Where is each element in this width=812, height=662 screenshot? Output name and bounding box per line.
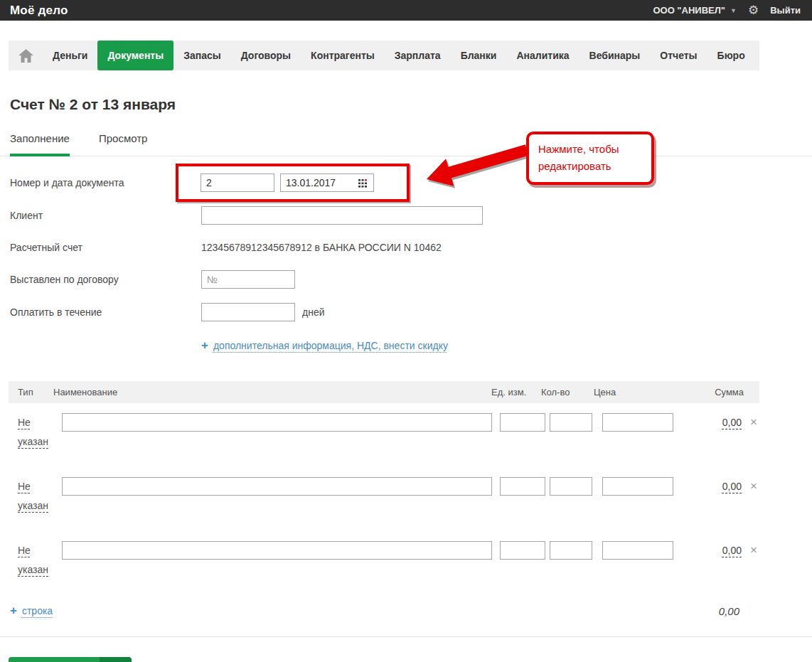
table-row: Не указан 0,00 × bbox=[9, 477, 759, 531]
save-dropdown-button[interactable] bbox=[100, 657, 132, 662]
footer-actions: Сохранить Сохранить и новый Отмена bbox=[0, 637, 812, 662]
header-unit: Ед. изм. bbox=[491, 387, 541, 397]
account-label: Расчетный счет bbox=[10, 242, 201, 253]
header-type: Тип bbox=[18, 387, 53, 397]
row-price-input[interactable] bbox=[602, 413, 673, 432]
nav-item-reports[interactable]: Отчеты bbox=[650, 41, 707, 70]
items-table: Тип Наименование Ед. изм. Кол-во Цена Су… bbox=[9, 381, 759, 618]
row-type-link[interactable]: Не указан bbox=[18, 413, 52, 451]
header-name: Наименование bbox=[53, 387, 491, 397]
plus-icon: + bbox=[10, 604, 17, 617]
payment-term-suffix: дней bbox=[302, 306, 325, 318]
tab-fill[interactable]: Заполнение bbox=[10, 132, 70, 156]
contract-label: Выставлен по договору bbox=[10, 274, 201, 285]
client-input[interactable] bbox=[201, 206, 483, 225]
nav-item-webinars[interactable]: Вебинары bbox=[579, 41, 651, 70]
table-row: Не указан 0,00 × bbox=[9, 541, 759, 595]
row-name-input[interactable] bbox=[62, 413, 492, 432]
company-name: ООО "АНИВЕЛ" bbox=[653, 5, 725, 16]
account-value: 12345678912345678912 в БАНКА РОССИИ N 10… bbox=[201, 242, 442, 253]
page-title: Счет № 2 от 13 января bbox=[10, 96, 812, 113]
logout-button[interactable]: Выйти bbox=[770, 5, 801, 16]
row-qty-input[interactable] bbox=[550, 541, 592, 560]
row-qty-input[interactable] bbox=[550, 413, 592, 432]
extra-info-link[interactable]: дополнительная информация, НДС, внести с… bbox=[213, 340, 448, 351]
chevron-down-icon: ▼ bbox=[730, 7, 737, 14]
row-name-input[interactable] bbox=[62, 541, 492, 560]
contract-input[interactable] bbox=[201, 270, 295, 289]
nav-item-counterparties[interactable]: Контрагенты bbox=[301, 41, 385, 70]
delete-row-icon[interactable]: × bbox=[750, 413, 757, 432]
row-unit-input[interactable] bbox=[500, 477, 545, 496]
payment-term-label: Оплатить в течение bbox=[10, 306, 201, 318]
header-sum: Сумма bbox=[700, 387, 759, 397]
invoice-form: Номер и дата документа Клиент Расчетный … bbox=[10, 164, 812, 353]
tooltip-line2: редактировать bbox=[538, 158, 643, 175]
nav-item-forms[interactable]: Бланки bbox=[451, 41, 507, 70]
nav-item-analytics[interactable]: Аналитика bbox=[506, 41, 579, 70]
nav-item-bureau[interactable]: Бюро bbox=[707, 41, 755, 70]
highlight-frame bbox=[176, 164, 410, 202]
topbar: Моё дело ООО "АНИВЕЛ" ▼ ⚙ Выйти bbox=[0, 0, 812, 21]
gear-icon[interactable]: ⚙ bbox=[748, 4, 759, 16]
calendar-icon[interactable] bbox=[358, 179, 368, 188]
nav-item-stock[interactable]: Запасы bbox=[173, 41, 231, 70]
edit-hint-tooltip: Нажмите, чтобы редактировать bbox=[526, 132, 654, 185]
row-unit-input[interactable] bbox=[500, 541, 545, 560]
tab-preview[interactable]: Просмотр bbox=[99, 132, 148, 156]
nav-item-salary[interactable]: Зарплата bbox=[385, 41, 451, 70]
items-table-header: Тип Наименование Ед. изм. Кол-во Цена Су… bbox=[9, 381, 759, 403]
total-sum: 0,00 bbox=[719, 605, 739, 617]
doc-number-input[interactable] bbox=[201, 173, 274, 192]
main-nav: Деньги Документы Запасы Договоры Контраг… bbox=[9, 41, 759, 70]
header-qty: Кол-во bbox=[541, 387, 594, 397]
doc-number-date-label: Номер и дата документа bbox=[10, 177, 201, 188]
company-selector[interactable]: ООО "АНИВЕЛ" ▼ bbox=[653, 5, 737, 16]
tab-bar: Заполнение Просмотр bbox=[0, 132, 812, 156]
row-type-link[interactable]: Не указан bbox=[18, 541, 52, 579]
row-name-input[interactable] bbox=[62, 477, 492, 496]
tooltip-line1: Нажмите, чтобы bbox=[538, 141, 643, 158]
client-label: Клиент bbox=[10, 210, 201, 221]
row-sum[interactable]: 0,00 bbox=[722, 541, 742, 560]
header-price: Цена bbox=[594, 387, 700, 397]
save-button[interactable]: Сохранить bbox=[9, 657, 100, 662]
nav-item-money[interactable]: Деньги bbox=[43, 41, 97, 70]
row-type-link[interactable]: Не указан bbox=[18, 477, 52, 515]
row-price-input[interactable] bbox=[602, 541, 673, 560]
plus-icon: + bbox=[201, 338, 208, 353]
home-icon[interactable] bbox=[18, 41, 33, 70]
delete-row-icon[interactable]: × bbox=[750, 541, 757, 560]
table-row: Не указан 0,00 × bbox=[9, 413, 759, 467]
nav-item-contracts[interactable]: Договоры bbox=[231, 41, 301, 70]
row-price-input[interactable] bbox=[602, 477, 673, 496]
app-logo[interactable]: Моё дело bbox=[10, 4, 68, 18]
row-unit-input[interactable] bbox=[500, 413, 545, 432]
row-sum[interactable]: 0,00 bbox=[722, 477, 742, 496]
red-arrow bbox=[424, 139, 532, 196]
row-sum[interactable]: 0,00 bbox=[722, 413, 742, 432]
add-row-link[interactable]: +строка bbox=[10, 604, 53, 618]
row-qty-input[interactable] bbox=[550, 477, 592, 496]
payment-term-input[interactable] bbox=[201, 303, 295, 321]
nav-item-documents[interactable]: Документы bbox=[97, 41, 173, 70]
delete-row-icon[interactable]: × bbox=[750, 477, 757, 496]
